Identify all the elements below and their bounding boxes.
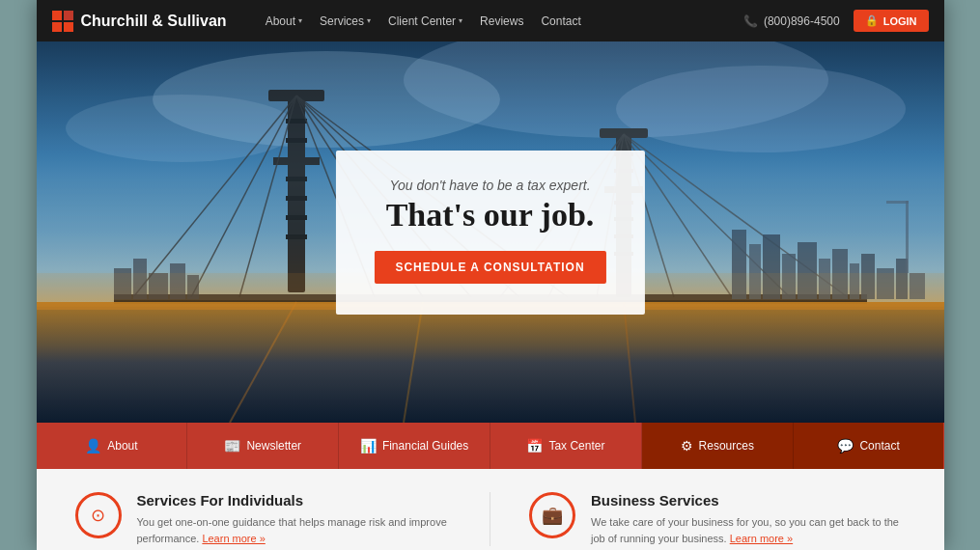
svg-rect-12 <box>286 215 307 220</box>
phone-icon: 📞 <box>743 14 758 28</box>
individuals-text: Services For Individuals You get one-on-… <box>137 492 452 546</box>
logo-area: Churchill & Sullivan <box>52 11 227 32</box>
svg-rect-11 <box>286 196 307 201</box>
chevron-down-icon: ▾ <box>367 16 371 25</box>
nav-item-contact[interactable]: Contact <box>541 14 580 28</box>
lock-icon: 🔒 <box>865 14 879 27</box>
chevron-down-icon: ▾ <box>459 16 462 25</box>
site-title: Churchill & Sullivan <box>81 13 227 30</box>
svg-rect-10 <box>286 177 307 181</box>
individuals-icon: ⊙ <box>75 492 122 538</box>
chart-icon: 📊 <box>360 438 377 454</box>
hero-section: You don't have to be a tax expert. That'… <box>37 41 944 423</box>
service-card-business: 💼 Business Services We take care of your… <box>529 492 906 546</box>
business-text: Business Services We take care of your b… <box>591 492 906 546</box>
service-divider <box>490 492 490 546</box>
hero-cta-box: You don't have to be a tax expert. That'… <box>335 151 644 315</box>
login-button[interactable]: 🔒 LOGIN <box>854 10 929 32</box>
main-nav: About ▾ Services ▾ Client Center ▾ Revie… <box>266 14 743 28</box>
chat-icon: 💬 <box>837 438 854 454</box>
individuals-learn-more[interactable]: Learn more » <box>202 533 265 544</box>
user-icon: 👤 <box>85 438 101 454</box>
chevron-down-icon: ▾ <box>298 16 302 25</box>
nav-item-client-center[interactable]: Client Center ▾ <box>388 14 462 28</box>
svg-rect-13 <box>286 234 307 239</box>
logo-square-3 <box>52 22 62 32</box>
svg-rect-9 <box>286 138 307 143</box>
svg-rect-57 <box>906 201 909 273</box>
svg-rect-7 <box>273 157 320 165</box>
hero-subtitle: You don't have to be a tax expert. <box>374 178 605 193</box>
svg-point-3 <box>66 95 297 162</box>
header-right: 📞 (800)896-4500 🔒 LOGIN <box>743 10 929 32</box>
bottom-nav-tax-center[interactable]: 📅 Tax Center <box>490 423 642 469</box>
business-description: We take care of your business for you, s… <box>591 514 906 546</box>
business-icon: 💼 <box>529 492 575 538</box>
business-learn-more[interactable]: Learn more » <box>730 533 793 544</box>
nav-item-services[interactable]: Services ▾ <box>320 14 371 28</box>
site-header: Churchill & Sullivan About ▾ Services ▾ … <box>37 0 944 41</box>
bottom-nav: 👤 About 📰 Newsletter 📊 Financial Guides … <box>37 423 944 469</box>
bottom-nav-about[interactable]: 👤 About <box>37 423 188 469</box>
nav-item-reviews[interactable]: Reviews <box>480 14 523 28</box>
logo-square-2 <box>64 11 73 20</box>
hero-title: That's our job. <box>374 197 605 234</box>
bottom-nav-newsletter[interactable]: 📰 Newsletter <box>187 423 339 469</box>
services-section: ⊙ Services For Individuals You get one-o… <box>37 469 944 550</box>
logo-square-4 <box>64 22 73 32</box>
gear-icon: ⚙ <box>681 438 693 454</box>
logo-square-1 <box>52 11 62 20</box>
logo-icon <box>52 11 73 32</box>
nav-item-about[interactable]: About ▾ <box>266 14 302 28</box>
phone-number: 📞 (800)896-4500 <box>743 14 840 28</box>
bottom-nav-contact[interactable]: 💬 Contact <box>794 423 944 469</box>
individuals-title: Services For Individuals <box>137 492 452 509</box>
business-title: Business Services <box>591 492 906 509</box>
schedule-consultation-button[interactable]: SCHEDULE A CONSULTATION <box>374 251 605 284</box>
svg-point-4 <box>616 66 906 152</box>
svg-rect-58 <box>886 201 909 204</box>
bottom-nav-financial-guides[interactable]: 📊 Financial Guides <box>339 423 490 469</box>
calendar-icon: 📅 <box>526 438 543 454</box>
newsletter-icon: 📰 <box>224 438 240 454</box>
bottom-nav-resources[interactable]: ⚙ Resources <box>642 423 794 469</box>
individuals-description: You get one-on-one guidance that helps m… <box>137 514 452 546</box>
svg-rect-40 <box>37 302 944 423</box>
service-card-individuals: ⊙ Services For Individuals You get one-o… <box>75 492 452 546</box>
